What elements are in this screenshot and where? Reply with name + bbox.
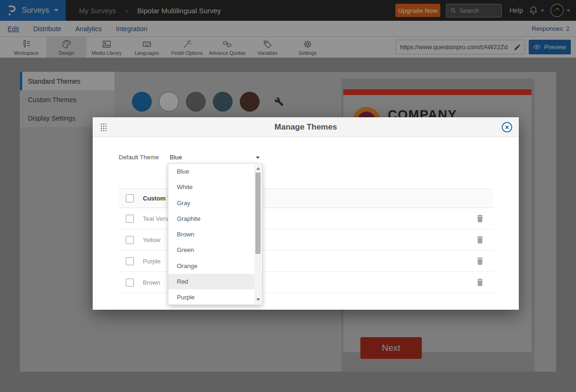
app-window: Surveys My Surveys › Bipolar Multilingua… xyxy=(0,0,576,392)
dropdown-option-purple[interactable]: Purple xyxy=(168,289,262,305)
close-icon[interactable] xyxy=(502,122,512,132)
default-theme-select[interactable]: Blue xyxy=(168,151,262,164)
row-checkbox[interactable] xyxy=(126,236,134,244)
row-checkbox[interactable] xyxy=(126,215,134,223)
chevron-down-icon xyxy=(256,157,260,159)
modal-header: Manage Themes xyxy=(93,117,519,137)
delete-theme-trash-icon[interactable] xyxy=(477,257,483,265)
default-theme-dropdown: Blue White Gray Graphite Brown Green Ora… xyxy=(168,163,262,305)
dropdown-option-graphite[interactable]: Graphite xyxy=(168,211,262,226)
dropdown-scrollbar[interactable] xyxy=(254,164,262,304)
default-theme-label: Default Theme xyxy=(119,154,159,161)
dropdown-option-brown[interactable]: Brown xyxy=(168,226,262,242)
dropdown-option-gray[interactable]: Gray xyxy=(168,195,262,211)
delete-theme-trash-icon[interactable] xyxy=(477,215,483,222)
delete-theme-trash-icon[interactable] xyxy=(477,236,483,244)
scrollbar-thumb[interactable] xyxy=(255,173,261,254)
select-all-checkbox[interactable] xyxy=(126,194,134,202)
dropdown-option-blue[interactable]: Blue xyxy=(168,164,262,179)
scroll-up-icon[interactable] xyxy=(256,167,260,170)
default-theme-selected-value: Blue xyxy=(168,154,182,161)
dropdown-option-orange[interactable]: Orange xyxy=(168,258,262,274)
manage-themes-modal: Manage Themes Default Theme Blue Custom … xyxy=(93,117,519,310)
row-checkbox[interactable] xyxy=(126,279,134,287)
scroll-down-icon[interactable] xyxy=(256,298,260,301)
row-checkbox[interactable] xyxy=(126,257,134,265)
dropdown-option-red[interactable]: Red xyxy=(168,274,262,289)
dropdown-option-white[interactable]: White xyxy=(168,179,262,195)
drag-handle-icon[interactable] xyxy=(100,123,106,131)
dropdown-option-green[interactable]: Green xyxy=(168,242,262,258)
delete-theme-trash-icon[interactable] xyxy=(477,279,483,286)
modal-title: Manage Themes xyxy=(274,122,337,132)
